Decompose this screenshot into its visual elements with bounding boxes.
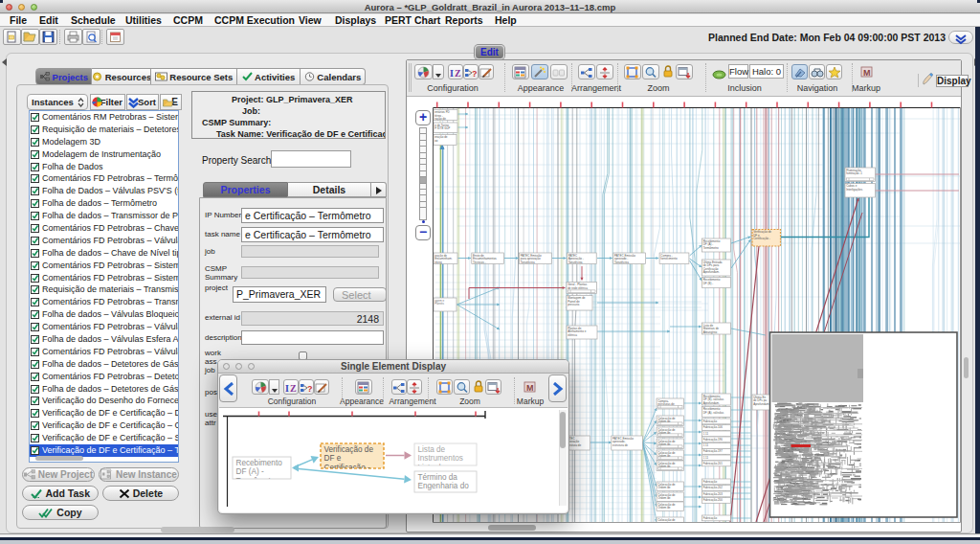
svg-text:DF e: DF e xyxy=(324,454,342,463)
svg-text:Término da: Término da xyxy=(418,473,458,482)
svg-text:Lista de: Lista de xyxy=(418,464,446,472)
svg-text:Certificação -: Certificação - xyxy=(324,464,371,472)
svg-text:Recebimento: Recebimento xyxy=(236,459,283,467)
svg-text:Lista de: Lista de xyxy=(418,445,446,454)
svg-text:Verificação de: Verificação de xyxy=(324,445,374,454)
svg-text:Engenharia do: Engenharia do xyxy=(418,482,470,490)
svg-text:Instrumentos: Instrumentos xyxy=(418,454,463,463)
svg-text:GLP: GLP xyxy=(418,491,434,500)
svg-text:DF (A) -: DF (A) - xyxy=(236,467,264,476)
svg-text:Termômetro: Termômetro xyxy=(236,477,278,486)
